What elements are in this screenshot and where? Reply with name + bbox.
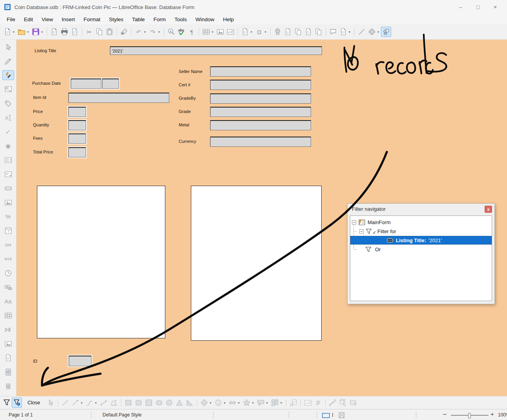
callouts-dropdown-arrow[interactable]: ▾	[266, 401, 270, 405]
time-field[interactable]	[2, 268, 14, 278]
zoom-slider-thumb[interactable]	[468, 413, 471, 418]
show-draw-functions[interactable]	[381, 27, 391, 37]
points[interactable]	[328, 398, 338, 408]
image-control[interactable]	[2, 339, 14, 349]
new-document-dropdown-arrow[interactable]: ▾	[13, 30, 16, 34]
menu-help[interactable]: Help	[219, 15, 238, 24]
insert-page-number[interactable]	[283, 27, 293, 37]
connector[interactable]	[99, 398, 109, 408]
flowchart-shapes[interactable]	[270, 398, 280, 408]
new-document[interactable]	[2, 27, 13, 37]
spin-button[interactable]	[2, 367, 14, 377]
seller-name-input[interactable]	[210, 66, 311, 77]
basic-shapes[interactable]	[199, 398, 209, 408]
zoom-out-button[interactable]: –	[443, 411, 447, 418]
filter-navigator-window[interactable]: Filter navigator x MainForm	[347, 203, 495, 304]
collapse-icon[interactable]	[359, 229, 364, 234]
purchase-date-secondary-input[interactable]	[102, 79, 119, 89]
pattern-field[interactable]: XYZ	[2, 254, 14, 264]
option-button[interactable]: ◉	[2, 141, 14, 151]
page-style[interactable]: Default Page Style	[102, 412, 141, 418]
track-changes[interactable]	[338, 27, 348, 37]
fontwork[interactable]: F	[313, 398, 323, 408]
curve[interactable]	[84, 398, 95, 408]
menu-edit[interactable]: Edit	[20, 15, 37, 24]
currency-field[interactable]	[2, 282, 14, 292]
open[interactable]	[16, 27, 27, 37]
insert-hyperlink[interactable]	[273, 27, 283, 37]
form-wizard[interactable]	[2, 70, 14, 80]
insert-comment[interactable]	[328, 27, 338, 37]
text-field[interactable]: Aa	[2, 296, 14, 306]
menu-styles[interactable]: Styles	[105, 15, 128, 24]
insert-text-box[interactable]: A	[303, 398, 313, 408]
find-and-replace[interactable]: a	[166, 27, 176, 37]
listing-title-input[interactable]: '2021'	[110, 46, 322, 55]
id-input[interactable]	[69, 356, 92, 366]
total-price-input[interactable]	[68, 147, 86, 157]
print-preview[interactable]	[70, 27, 80, 37]
undo-dropdown-arrow[interactable]: ▾	[144, 30, 148, 34]
square[interactable]	[144, 398, 154, 408]
close-button[interactable]: ×	[487, 4, 504, 10]
tree-node-or[interactable]: Or	[350, 245, 492, 254]
form-design[interactable]	[2, 84, 14, 94]
date-field[interactable]: 7	[2, 226, 14, 236]
basic-shapes[interactable]	[367, 27, 377, 37]
apply-form-filter[interactable]	[12, 398, 22, 408]
formatting-marks[interactable]: ¶	[187, 27, 197, 37]
check-box[interactable]: ✓	[2, 127, 14, 137]
tree-node-filter-condition[interactable]: Listing Title: '2021'	[350, 236, 492, 245]
block-arrows[interactable]	[227, 398, 238, 408]
coin-image-frame-right[interactable]	[191, 186, 322, 341]
insert-special-character-dropdown-arrow[interactable]: ▾	[265, 30, 268, 34]
maximize-button[interactable]: □	[469, 4, 487, 10]
insert-table[interactable]	[201, 27, 211, 37]
selection-mode-icon[interactable]	[322, 413, 330, 418]
redo[interactable]: ↷	[148, 27, 158, 37]
toggle-design-mode[interactable]	[2, 56, 14, 66]
navigation-bar[interactable]	[2, 325, 14, 334]
edit-points[interactable]	[288, 398, 298, 408]
lines-and-arrows-dropdown-arrow[interactable]: ▾	[81, 401, 84, 405]
label-field[interactable]	[2, 99, 14, 108]
document-save-status-icon[interactable]	[339, 412, 345, 418]
freeform-line[interactable]	[109, 398, 119, 408]
metal-input[interactable]	[210, 120, 311, 130]
save[interactable]	[31, 27, 41, 37]
form-based-filters[interactable]	[2, 398, 12, 408]
gradeby-input[interactable]	[210, 93, 311, 104]
text-box-control[interactable]: A	[2, 113, 14, 122]
tree-node-mainform[interactable]: MainForm	[350, 218, 492, 226]
export-pdf[interactable]	[49, 27, 59, 37]
basic-shapes-dropdown-arrow[interactable]: ▾	[377, 30, 381, 34]
minimize-button[interactable]: –	[452, 4, 469, 10]
menu-table[interactable]: Table	[128, 15, 149, 24]
basic-shapes-dropdown-arrow[interactable]: ▾	[210, 401, 213, 405]
callouts[interactable]	[256, 398, 266, 408]
menu-tools[interactable]: Tools	[170, 15, 191, 24]
collapse-icon[interactable]	[352, 220, 356, 225]
undo[interactable]: ↶	[134, 27, 144, 37]
save-dropdown-arrow[interactable]: ▾	[41, 30, 45, 34]
menu-window[interactable]: Window	[191, 15, 219, 24]
circle[interactable]	[164, 398, 174, 408]
insert-text-box[interactable]: A	[225, 27, 236, 37]
menu-file[interactable]: File	[2, 15, 20, 24]
stars-and-banners-dropdown-arrow[interactable]: ▾	[252, 401, 256, 405]
insert-bookmark[interactable]	[303, 27, 313, 37]
file-selection[interactable]	[2, 353, 14, 363]
right-triangle[interactable]	[185, 398, 195, 408]
open-dropdown-arrow[interactable]: ▾	[27, 30, 31, 34]
insert-field[interactable]	[293, 27, 303, 37]
select[interactable]	[2, 42, 14, 52]
insert-cross-reference[interactable]	[313, 27, 324, 37]
combo-box[interactable]	[2, 169, 14, 179]
tree-node-filter-for[interactable]: Filter for	[350, 227, 492, 236]
table-control[interactable]	[2, 310, 14, 320]
copy[interactable]	[94, 27, 104, 37]
select-shape[interactable]	[46, 398, 56, 408]
quantity-input[interactable]	[68, 120, 86, 130]
spelling[interactable]: abc	[176, 27, 187, 37]
ellipse[interactable]	[154, 398, 164, 408]
